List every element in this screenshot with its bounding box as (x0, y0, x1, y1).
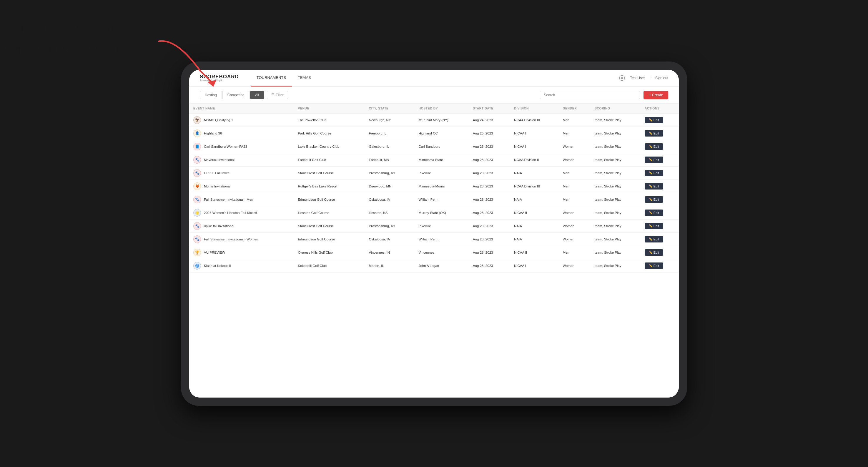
col-gender: GENDER (558, 103, 591, 113)
cell-venue: Park Hills Golf Course (293, 127, 365, 140)
cell-city-state: Marion, IL (365, 259, 414, 272)
edit-label: Edit (653, 131, 659, 135)
edit-label: Edit (653, 264, 659, 268)
cell-city-state: Galesburg, IL (365, 140, 414, 153)
edit-button[interactable]: ✏️ Edit (645, 143, 663, 150)
cell-actions: ✏️ Edit (641, 140, 679, 153)
cell-scoring: team, Stroke Play (591, 259, 641, 272)
nav-right: Test User | Sign out (619, 75, 668, 81)
cell-city-state: Oskaloosa, IA (365, 193, 414, 206)
filter-tabs: Hosting Competing All ☰ Filter (200, 91, 288, 99)
cell-city-state: Newburgh, NY (365, 113, 414, 127)
cell-city-state: Faribault, MN (365, 153, 414, 166)
cell-scoring: team, Stroke Play (591, 153, 641, 166)
edit-button[interactable]: ✏️ Edit (645, 210, 663, 216)
cell-gender: Women (558, 140, 591, 153)
cell-actions: ✏️ Edit (641, 259, 679, 272)
col-actions: ACTIONS (641, 103, 679, 113)
cell-city-state: Vincennes, IN (365, 246, 414, 259)
cell-actions: ✏️ Edit (641, 193, 679, 206)
cell-start-date: Aug 28, 2023 (469, 193, 510, 206)
edit-button[interactable]: ✏️ Edit (645, 236, 663, 243)
cell-event-name: 🐾 UPIKE Fall Invite (189, 166, 293, 180)
table-row: 🐾 Fall Statesmen Invitational - Men Edmu… (189, 193, 679, 206)
cell-scoring: team, Stroke Play (591, 140, 641, 153)
event-name-text: Fall Statesmen Invitational - Women (204, 238, 258, 241)
col-division: DIVISION (510, 103, 558, 113)
cell-start-date: Aug 28, 2023 (469, 166, 510, 180)
cell-scoring: team, Stroke Play (591, 113, 641, 127)
cell-actions: ✏️ Edit (641, 153, 679, 166)
nav-links: TOURNAMENTS TEAMS (251, 70, 317, 87)
edit-label: Edit (653, 251, 659, 254)
filter-icon: ☰ (271, 93, 275, 97)
team-logo: 🌟 (193, 209, 201, 217)
search-input[interactable] (540, 91, 640, 99)
nav-signout[interactable]: Sign out (655, 76, 668, 80)
cell-city-state: Deerwood, MN (365, 180, 414, 193)
edit-button[interactable]: ✏️ Edit (645, 117, 663, 123)
cell-gender: Men (558, 113, 591, 127)
top-nav: SCOREBOARD Powered by Clippit TOURNAMENT… (189, 70, 679, 87)
create-button[interactable]: + Create (644, 91, 668, 99)
cell-venue: StoneCrest Golf Course (293, 166, 365, 180)
event-name-text: Klash at Kokopelli (204, 264, 231, 268)
cell-hosted-by: Mt. Saint Mary (NY) (414, 113, 469, 127)
toolbar: Hosting Competing All ☰ Filter + Create (189, 87, 679, 103)
cell-scoring: team, Stroke Play (591, 166, 641, 180)
settings-icon[interactable] (619, 75, 625, 81)
event-name-text: Carl Sandburg Women FA23 (204, 145, 247, 148)
col-scoring: SCORING (591, 103, 641, 113)
edit-icon: ✏️ (649, 158, 652, 161)
team-logo: 🌀 (193, 262, 201, 270)
filter-button[interactable]: ☰ Filter (267, 91, 288, 99)
table-row: 🏆 VU PREVIEW Cypress Hills Golf Club Vin… (189, 246, 679, 259)
edit-button[interactable]: ✏️ Edit (645, 183, 663, 189)
tab-all[interactable]: All (250, 91, 264, 99)
table-row: 🌀 Klash at Kokopelli Kokopelli Golf Club… (189, 259, 679, 272)
col-hosted-by: HOSTED BY (414, 103, 469, 113)
cell-gender: Men (558, 193, 591, 206)
event-name-text: Fall Statesmen Invitational - Men (204, 198, 253, 201)
edit-button[interactable]: ✏️ Edit (645, 262, 663, 269)
edit-button[interactable]: ✏️ Edit (645, 223, 663, 229)
annotation-text: Click TEAMS at the top of the screen. (6, 18, 140, 57)
nav-tournaments[interactable]: TOURNAMENTS (251, 70, 292, 87)
cell-scoring: team, Stroke Play (591, 219, 641, 232)
table-row: 🦅 MSMC Qualifying 1 The Powelton Club Ne… (189, 113, 679, 127)
edit-button[interactable]: ✏️ Edit (645, 170, 663, 176)
cell-event-name: 🏆 VU PREVIEW (189, 246, 293, 259)
edit-label: Edit (653, 158, 659, 161)
table-row: 🐾 UPIKE Fall Invite StoneCrest Golf Cour… (189, 166, 679, 180)
cell-actions: ✏️ Edit (641, 166, 679, 180)
edit-button[interactable]: ✏️ Edit (645, 249, 663, 256)
cell-division: NICAA I (510, 127, 558, 140)
cell-division: NCAA Division III (510, 180, 558, 193)
table-header-row: EVENT NAME VENUE CITY, STATE HOSTED BY S… (189, 103, 679, 113)
cell-start-date: Aug 24, 2023 (469, 113, 510, 127)
team-logo: 📘 (193, 143, 201, 150)
tablet-screen: SCOREBOARD Powered by Clippit TOURNAMENT… (189, 70, 679, 398)
cell-scoring: team, Stroke Play (591, 193, 641, 206)
edit-button[interactable]: ✏️ Edit (645, 130, 663, 136)
nav-separator: | (650, 76, 651, 80)
edit-icon: ✏️ (649, 145, 652, 148)
cell-division: NCAA Division III (510, 113, 558, 127)
tab-competing[interactable]: Competing (222, 91, 249, 99)
table-container: EVENT NAME VENUE CITY, STATE HOSTED BY S… (189, 103, 679, 398)
edit-button[interactable]: ✏️ Edit (645, 196, 663, 203)
tablet-shell: SCOREBOARD Powered by Clippit TOURNAMENT… (181, 62, 687, 406)
event-name-text: Highland 36 (204, 131, 222, 135)
nav-teams[interactable]: TEAMS (292, 70, 317, 87)
cell-gender: Men (558, 246, 591, 259)
cell-division: NICAA I (510, 140, 558, 153)
tab-hosting[interactable]: Hosting (200, 91, 222, 99)
cell-city-state: Prestonsburg, KY (365, 166, 414, 180)
cell-venue: StoneCrest Golf Course (293, 219, 365, 232)
edit-button[interactable]: ✏️ Edit (645, 157, 663, 163)
cell-event-name: 🌟 2023 Women's Hesston Fall Kickoff (189, 206, 293, 219)
team-logo: 🐾 (193, 222, 201, 230)
team-logo: 🦅 (193, 116, 201, 124)
toolbar-right: + Create (540, 91, 668, 99)
col-city-state: CITY, STATE (365, 103, 414, 113)
